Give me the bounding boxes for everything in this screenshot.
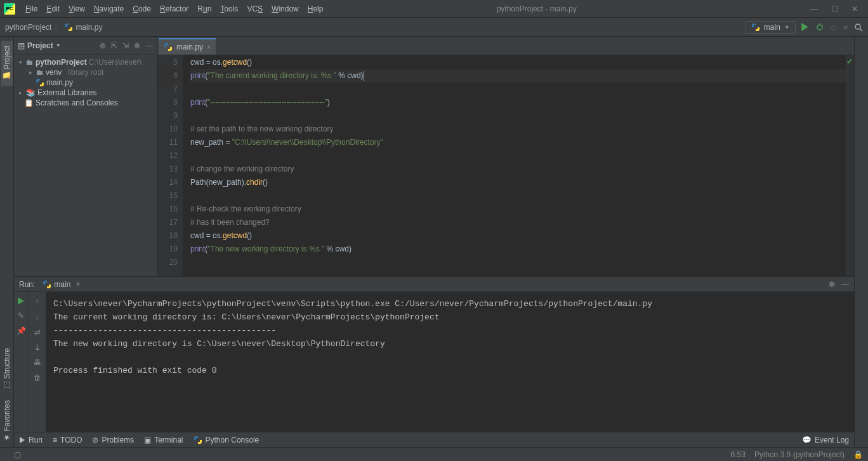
tool-todo[interactable]: ≡TODO [53, 436, 82, 444]
chevron-down-icon: ▼ [784, 24, 790, 30]
menu-view[interactable]: View [65, 3, 89, 15]
run-settings-icon[interactable]: ✻ [829, 280, 835, 289]
navigation-bar: pythonProject 〉 main.py main ▼ ⊙ ■ [0, 18, 868, 37]
run-hide-icon[interactable]: — [841, 280, 849, 289]
rerun-icon[interactable] [17, 297, 25, 305]
stop-button: ■ [843, 23, 848, 32]
maximize-button[interactable]: ☐ [830, 4, 839, 13]
bottom-tool-stripe: Run ≡TODO ⊘Problems ▣Terminal Python Con… [14, 432, 854, 447]
run-console[interactable]: C:\Users\never\PycharmProjects\pythonPro… [46, 292, 854, 432]
expand-icon[interactable]: ▸ [16, 90, 24, 96]
sidebar-tab-structure[interactable]: ⬚Structure [1, 343, 13, 395]
tree-file-main[interactable]: main.py [14, 77, 157, 88]
menu-tools[interactable]: Tools [216, 3, 242, 15]
title-bar: PC File Edit View Navigate Code Refactor… [0, 0, 868, 18]
run-button[interactable] [801, 23, 809, 31]
search-button[interactable] [854, 23, 863, 32]
project-panel-title[interactable]: Project [27, 41, 53, 50]
expand-all-icon[interactable]: ⇱ [111, 41, 117, 50]
expand-icon[interactable]: ▾ [16, 59, 24, 65]
locate-icon[interactable]: ⊕ [100, 41, 106, 50]
status-lock-icon[interactable]: 🔒 [853, 450, 863, 459]
sidebar-tab-project[interactable]: 📁Project [1, 41, 13, 86]
python-icon [751, 23, 760, 32]
menu-refactor[interactable]: Refactor [156, 3, 192, 15]
run-config-selector[interactable]: main ▼ [746, 21, 796, 34]
run-header: Run: main × ✻ — [14, 277, 854, 292]
svg-point-4 [855, 24, 860, 29]
settings-icon[interactable]: ✻ [134, 41, 140, 50]
run-tab-name: main [54, 280, 70, 289]
pycharm-logo-icon: PC [4, 3, 15, 15]
tree-ext-libs[interactable]: ▸ 📚 External Libraries [14, 88, 157, 98]
window-title: pythonProject - main.py [263, 4, 810, 13]
folder-icon: 🖿 [26, 58, 34, 67]
menu-navigate[interactable]: Navigate [90, 3, 128, 15]
python-file-icon [36, 78, 44, 87]
menu-edit[interactable]: Edit [43, 3, 63, 15]
close-run-tab-icon[interactable]: × [76, 280, 80, 289]
project-view-icon: ▤ [18, 41, 25, 50]
tool-run[interactable]: Run [19, 436, 43, 444]
window-controls: — ☐ ✕ [810, 4, 864, 13]
code-area[interactable]: 567891011121314151617181920 cwd = os.get… [157, 55, 854, 276]
collapse-all-icon[interactable]: ⇲ [122, 41, 129, 50]
hide-icon[interactable]: — [145, 41, 153, 50]
menu-run[interactable]: Run [194, 3, 215, 15]
python-icon [43, 280, 51, 289]
scroll-up-icon[interactable]: ↑ [36, 297, 39, 306]
svg-point-0 [817, 25, 822, 30]
chevron-down-icon[interactable]: ▼ [56, 43, 61, 48]
tool-event-log[interactable]: 💬Event Log [802, 436, 849, 444]
run-tool-window: Run: main × ✻ — ✎ 📌 [14, 276, 854, 432]
run-config-name: main [764, 23, 780, 32]
gutter[interactable]: 567891011121314151617181920 [157, 55, 183, 276]
library-icon: 📚 [26, 88, 36, 97]
tool-terminal[interactable]: ▣Terminal [144, 436, 183, 444]
breadcrumb-sep: 〉 [54, 22, 62, 32]
run-tab[interactable]: main × [39, 279, 84, 290]
tool-problems[interactable]: ⊘Problems [92, 436, 134, 444]
editor-tab-main[interactable]: main.py × [159, 38, 216, 55]
clear-icon[interactable]: 🗑 [34, 373, 41, 382]
tree-scratches[interactable]: 📋 Scratches and Consoles [14, 98, 157, 108]
minimize-button[interactable]: — [810, 4, 819, 13]
scroll-down-icon[interactable]: ↓ [36, 312, 39, 321]
tree-root[interactable]: ▾ 🖿 pythonProject C:\Users\never\ [14, 57, 157, 67]
breadcrumb-project[interactable]: pythonProject [5, 23, 51, 32]
tree-scratches-label: Scratches and Consoles [36, 98, 118, 107]
status-caret-pos[interactable]: 6:53 [731, 450, 746, 459]
coverage-button[interactable]: ⊙ [831, 23, 837, 32]
soft-wrap-icon[interactable]: ⇄ [34, 328, 41, 337]
project-tree[interactable]: ▾ 🖿 pythonProject C:\Users\never\ ▸ 🖿 ve… [14, 55, 157, 110]
code-text[interactable]: cwd = os.getcwd()print("The current work… [183, 55, 846, 276]
project-panel-header: ▤ Project ▼ ⊕ ⇱ ⇲ ✻ — [14, 37, 157, 55]
status-quick-access-icon[interactable]: ▢ [14, 450, 21, 459]
tree-venv[interactable]: ▸ 🖿 venv library root [14, 67, 157, 77]
breadcrumb-file[interactable]: main.py [76, 23, 102, 32]
error-stripe[interactable] [846, 55, 854, 276]
close-button[interactable]: ✕ [850, 4, 859, 13]
run-toolbar-right: ↑ ↓ ⇄ ⤓ 🖶 🗑 [28, 292, 46, 432]
menu-code[interactable]: Code [129, 3, 155, 15]
right-tool-stripe [854, 37, 868, 447]
editor: main.py × 567891011121314151617181920 cw… [157, 37, 854, 276]
breadcrumb[interactable]: pythonProject 〉 main.py [5, 22, 102, 32]
expand-icon[interactable]: ▸ [27, 69, 34, 76]
svg-line-5 [860, 29, 862, 31]
scroll-to-end-icon[interactable]: ⤓ [34, 343, 41, 352]
tool-python-console[interactable]: Python Console [194, 436, 260, 444]
pin-icon[interactable]: 📌 [16, 326, 26, 335]
close-tab-icon[interactable]: × [207, 43, 211, 51]
tree-venv-label: venv [46, 68, 62, 77]
editor-tab-label: main.py [176, 43, 203, 51]
inspection-ok-icon[interactable]: ✔ [846, 57, 853, 66]
menu-file[interactable]: File [22, 3, 41, 15]
status-interpreter[interactable]: Python 3.9 (pythonProject) [754, 450, 845, 459]
sidebar-tab-favorites[interactable]: ★Favorites [1, 395, 13, 447]
print-icon[interactable]: 🖶 [34, 358, 41, 367]
tree-root-path: C:\Users\never\ [89, 58, 141, 67]
project-panel: ▤ Project ▼ ⊕ ⇱ ⇲ ✻ — ▾ 🖿 [14, 37, 157, 276]
edit-config-icon[interactable]: ✎ [18, 311, 24, 320]
debug-button[interactable] [815, 23, 824, 32]
